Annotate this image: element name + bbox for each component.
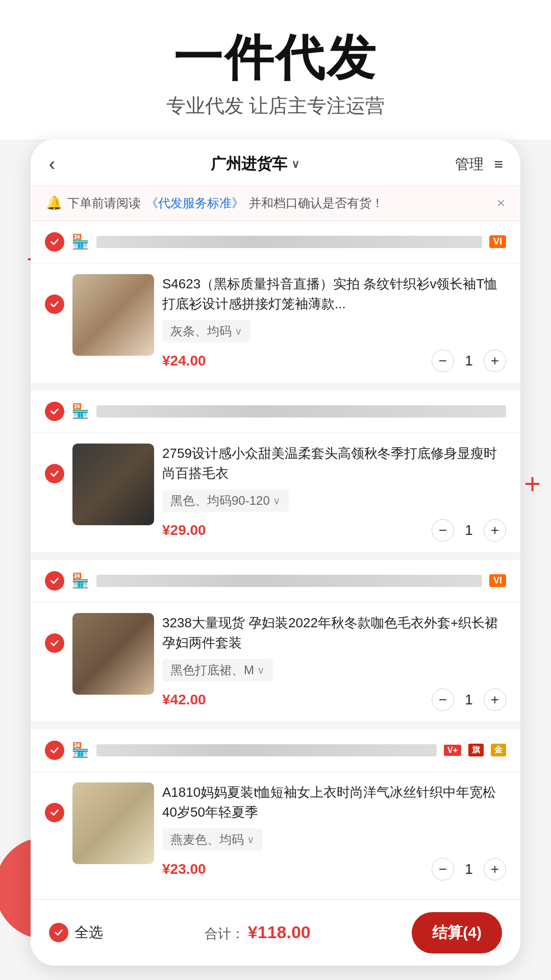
item-qty-2: − 1 + (432, 519, 506, 542)
variant-text-4: 燕麦色、均码 (170, 831, 244, 848)
cart-item-4: A1810妈妈夏装t恤短袖女上衣时尚洋气冰丝针织中年宽松40岁50年轻夏季 燕麦… (31, 772, 520, 891)
qty-value-2: 1 (461, 522, 477, 538)
phone-frame: ‹ 广州进货车 ∨ 管理 ≡ 🔔 下单前请阅读 《代发服务标准》 并和档口确认是… (31, 139, 520, 966)
bottom-bar: 全选 合计： ¥118.00 结算(4) (31, 899, 520, 966)
product-image-2 (72, 444, 154, 525)
variant-chevron-2: ∨ (273, 495, 281, 507)
qty-minus-2[interactable]: − (432, 519, 454, 542)
variant-chevron-3: ∨ (257, 664, 265, 676)
manage-button[interactable]: 管理 (455, 155, 484, 174)
select-all-button[interactable]: 全选 (49, 923, 103, 942)
item-checkbox-3[interactable] (45, 633, 64, 653)
seller-checkbox-3[interactable] (45, 571, 64, 591)
seller-badge-flag-4: 旗 (468, 744, 484, 756)
variant-chevron-4: ∨ (247, 834, 255, 846)
qty-plus-3[interactable]: + (484, 689, 506, 711)
item-variant-4[interactable]: 燕麦色、均码 ∨ (162, 828, 263, 851)
hero-section: 一件代发 专业代发 让店主专注运营 (0, 0, 551, 139)
cart-item-3: 3238大量现货 孕妇装2022年秋冬款咖色毛衣外套+织长裙孕妇两件套装 黑色打… (31, 602, 520, 721)
qty-minus-1[interactable]: − (432, 350, 454, 372)
item-price-2: ¥29.00 (162, 522, 206, 538)
bell-icon: 🔔 (46, 195, 62, 211)
seller-header-3: 🏪 VI (31, 560, 520, 602)
seller-header-1: 🏪 VI (31, 221, 520, 263)
cart-list: 🏪 VI S4623（黑标质量抖音直播）实拍 条纹针织衫v领长袖T恤打底衫设计感… (31, 221, 520, 891)
item-title-2: 2759设计感小众甜美温柔套头高领秋冬季打底修身显瘦时尚百搭毛衣 (162, 444, 506, 483)
nav-bar: ‹ 广州进货车 ∨ 管理 ≡ (31, 139, 520, 186)
item-info-4: A1810妈妈夏装t恤短袖女上衣时尚洋气冰丝针织中年宽松40岁50年轻夏季 燕麦… (162, 782, 506, 880)
item-qty-1: − 1 + (432, 350, 506, 372)
notice-link[interactable]: 《代发服务标准》 (146, 195, 244, 211)
item-variant-2[interactable]: 黑色、均码90-120 ∨ (162, 489, 289, 512)
qty-value-1: 1 (461, 353, 477, 369)
hero-subtitle: 专业代发 让店主专注运营 (0, 93, 551, 119)
qty-plus-1[interactable]: + (484, 350, 506, 372)
notice-close-button[interactable]: × (497, 195, 505, 211)
notice-text-after: 并和档口确认是否有货！ (249, 195, 384, 211)
item-checkbox-1[interactable] (45, 295, 64, 314)
seller-section-1: 🏪 VI S4623（黑标质量抖音直播）实拍 条纹针织衫v领长袖T恤打底衫设计感… (31, 221, 520, 382)
seller-checkbox-1[interactable] (45, 232, 64, 252)
notice-content: 🔔 下单前请阅读 《代发服务标准》 并和档口确认是否有货！ (46, 195, 384, 211)
item-bottom-1: ¥24.00 − 1 + (162, 350, 506, 372)
product-image-3 (72, 613, 154, 695)
seller-name-2 (96, 405, 506, 418)
variant-text-1: 灰条、均码 (170, 323, 232, 339)
seller-store-icon-4: 🏪 (71, 742, 89, 758)
qty-value-4: 1 (461, 861, 477, 877)
item-variant-3[interactable]: 黑色打底裙、M ∨ (162, 659, 273, 681)
item-title-1: S4623（黑标质量抖音直播）实拍 条纹针织衫v领长袖T恤打底衫设计感拼接灯笼袖… (162, 274, 506, 314)
seller-section-3: 🏪 VI 3238大量现货 孕妇装2022年秋冬款咖色毛衣外套+织长裙孕妇两件套… (31, 560, 520, 721)
back-button[interactable]: ‹ (49, 154, 55, 175)
item-bottom-3: ¥42.00 − 1 + (162, 689, 506, 711)
item-price-4: ¥23.00 (162, 861, 206, 877)
qty-plus-4[interactable]: + (484, 858, 506, 880)
item-bottom-4: ¥23.00 − 1 + (162, 858, 506, 880)
item-info-1: S4623（黑标质量抖音直播）实拍 条纹针织衫v领长袖T恤打底衫设计感拼接灯笼袖… (162, 274, 506, 372)
product-image-1 (72, 274, 154, 356)
order-total: 合计： ¥118.00 (113, 922, 402, 943)
seller-name-4 (96, 744, 437, 756)
qty-value-3: 1 (461, 692, 477, 708)
seller-section-4: 🏪 V+ 旗 金 A1810妈妈夏装t恤短袖女上衣时尚洋气冰丝针织中年宽松40岁… (31, 729, 520, 891)
seller-checkbox-4[interactable] (45, 741, 64, 760)
qty-minus-3[interactable]: − (432, 689, 454, 711)
seller-name-3 (96, 575, 482, 587)
seller-badge-vip-4: V+ (444, 745, 461, 756)
notice-bar: 🔔 下单前请阅读 《代发服务标准》 并和档口确认是否有货！ × (31, 186, 520, 221)
item-bottom-2: ¥29.00 − 1 + (162, 519, 506, 542)
item-price-3: ¥42.00 (162, 692, 206, 708)
seller-store-icon-3: 🏪 (71, 572, 89, 589)
item-title-3: 3238大量现货 孕妇装2022年秋冬款咖色毛衣外套+织长裙孕妇两件套装 (162, 613, 506, 653)
cart-item-2: 2759设计感小众甜美温柔套头高领秋冬季打底修身显瘦时尚百搭毛衣 黑色、均码90… (31, 433, 520, 552)
item-title-4: A1810妈妈夏装t恤短袖女上衣时尚洋气冰丝针织中年宽松40岁50年轻夏季 (162, 782, 506, 822)
qty-plus-2[interactable]: + (484, 519, 506, 542)
item-checkbox-4[interactable] (45, 803, 64, 822)
item-info-3: 3238大量现货 孕妇装2022年秋冬款咖色毛衣外套+织长裙孕妇两件套装 黑色打… (162, 613, 506, 711)
seller-name-1 (96, 236, 482, 248)
item-qty-4: − 1 + (432, 858, 506, 880)
chevron-down-icon[interactable]: ∨ (291, 158, 299, 171)
nav-title-group: 广州进货车 ∨ (211, 154, 299, 175)
item-qty-3: − 1 + (432, 689, 506, 711)
nav-title-text: 广州进货车 (211, 154, 287, 175)
item-checkbox-2[interactable] (45, 464, 64, 483)
cart-item-1: S4623（黑标质量抖音直播）实拍 条纹针织衫v领长袖T恤打底衫设计感拼接灯笼袖… (31, 263, 520, 382)
item-variant-1[interactable]: 灰条、均码 ∨ (162, 320, 251, 342)
notice-text-before: 下单前请阅读 (67, 195, 141, 211)
seller-badge-gold-4: 金 (491, 744, 506, 756)
seller-badge-3: VI (489, 574, 506, 587)
variant-chevron-1: ∨ (235, 325, 242, 337)
qty-minus-4[interactable]: − (432, 858, 454, 880)
menu-icon[interactable]: ≡ (494, 156, 502, 173)
variant-text-3: 黑色打底裙、M (170, 662, 254, 678)
variant-text-2: 黑色、均码90-120 (170, 493, 270, 509)
seller-checkbox-2[interactable] (45, 402, 64, 421)
product-image-4 (72, 782, 154, 864)
deco-plus-right: + (524, 470, 541, 498)
seller-header-2: 🏪 (31, 390, 520, 433)
nav-actions: 管理 ≡ (455, 155, 502, 174)
checkout-button[interactable]: 结算(4) (412, 912, 502, 953)
item-price-1: ¥24.00 (162, 353, 206, 369)
select-all-label: 全选 (74, 923, 103, 942)
